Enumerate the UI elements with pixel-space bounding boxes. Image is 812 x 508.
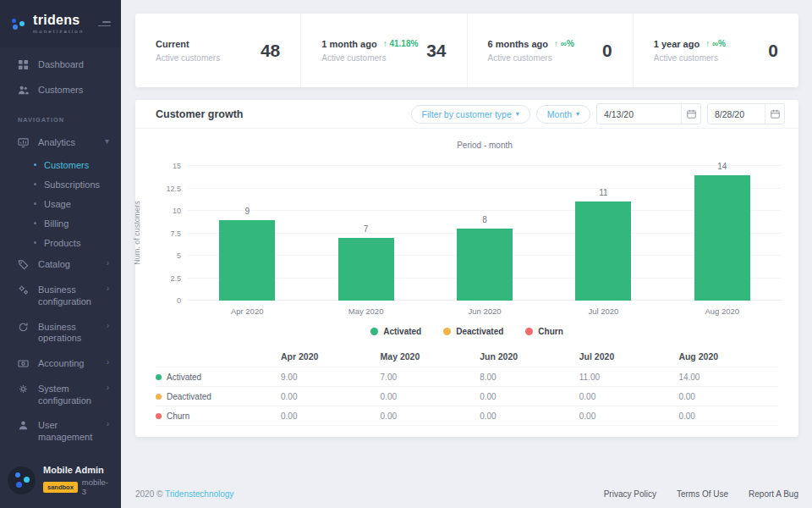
stat-delta: ↑ ∞% [554, 39, 574, 48]
table-series-name: Churn [156, 411, 281, 421]
series-label: Deactivated [167, 392, 211, 401]
bar-jul-2020 [575, 202, 631, 301]
stat-title: 1 year ago [654, 39, 700, 49]
sidebar-item-label: Business operations [38, 322, 97, 345]
series-dot-icon [156, 413, 162, 419]
customer-growth-card: Customer growth Filter by customer type … [135, 100, 798, 437]
series-label: Churn [167, 411, 189, 421]
calendar-icon[interactable] [681, 104, 700, 124]
tag-icon [18, 259, 29, 270]
y-tick-label: 7.5 [152, 229, 181, 238]
dashboard-icon [18, 59, 29, 70]
company-link[interactable]: Tridenstechnology [165, 489, 233, 499]
bar-value-label: 8 [459, 215, 510, 224]
sidebar-subitem-billing[interactable]: Billing [0, 213, 121, 233]
sidebar-subitem-label: Subscriptions [44, 179, 100, 190]
sidebar-subitem-subscriptions[interactable]: Subscriptions [0, 174, 121, 194]
privacy-policy-link[interactable]: Privacy Policy [604, 489, 656, 499]
legend-item-churn[interactable]: Churn [525, 327, 562, 336]
environment-name: mobile-3 [82, 478, 112, 496]
stat-subtitle: Active customers [488, 53, 574, 63]
chart-filters: Filter by customer type ▾ Month ▾ [411, 103, 785, 124]
report-a-bug-link[interactable]: Report A Bug [749, 489, 798, 499]
table-cell: 7.00 [381, 373, 480, 382]
bar-aug-2020 [694, 175, 750, 301]
sidebar-subitem-customers[interactable]: Customers [0, 155, 121, 174]
stat-value: 34 [426, 41, 446, 61]
chevron-right-icon: › [107, 322, 109, 330]
legend-item-deactivated[interactable]: Deactivated [443, 327, 503, 336]
chevron-down-icon: ▾ [105, 137, 109, 146]
x-tick-label: Apr 2020 [209, 306, 285, 316]
sidebar-item-dashboard[interactable]: Dashboard [0, 52, 121, 78]
sidebar-item-system-configuration[interactable]: System configuration › [0, 377, 121, 414]
brand-name: tridens [33, 14, 84, 27]
y-tick-label: 10 [152, 207, 181, 215]
table-column-apr-2020: Apr 2020 [281, 351, 381, 362]
legend-label: Activated [383, 327, 421, 336]
sidebar-item-label: Business configuration [38, 284, 97, 308]
sidebar-item-business-operations[interactable]: Business operations › [0, 315, 121, 352]
stat-value: 48 [261, 41, 280, 61]
stat-title: 6 months ago [488, 39, 549, 49]
sidebar-item-user-management[interactable]: User management › [0, 413, 121, 450]
y-tick-label: 2.5 [152, 274, 181, 283]
chart-legend: ActivatedDeactivatedChurn [135, 327, 798, 336]
logo[interactable]: tridens monetization [0, 0, 121, 47]
sidebar-item-customers[interactable]: Customers [0, 78, 121, 103]
sidebar-item-label: User management [38, 420, 97, 444]
bullet-icon [34, 183, 36, 185]
table-column-aug-2020: Aug 2020 [678, 351, 778, 362]
date-to-input[interactable] [708, 109, 765, 119]
plot-title: Period - month [135, 129, 798, 154]
chevron-right-icon: › [107, 384, 109, 392]
app-root: tridens monetization Dashboard Customers… [0, 0, 812, 508]
y-tick-label: 15 [152, 162, 181, 170]
legend-item-activated[interactable]: Activated [370, 327, 421, 336]
y-tick-label: 5 [152, 251, 181, 260]
terms-of-use-link[interactable]: Terms Of Use [677, 489, 728, 499]
user-icon [18, 420, 29, 431]
stat-subtitle: Active customers [156, 53, 220, 63]
gear-icon [18, 384, 29, 395]
sidebar: tridens monetization Dashboard Customers… [0, 0, 121, 508]
table-row-deactivated: Deactivated0.000.000.000.000.00 [156, 387, 778, 406]
sidebar-item-analytics[interactable]: Analytics ▾ [0, 130, 121, 156]
chevron-right-icon: › [107, 358, 109, 367]
legend-dot-icon [370, 328, 378, 335]
date-from-field [596, 103, 701, 124]
stat-title: 1 month ago [321, 39, 376, 49]
logo-text: tridens monetization [33, 14, 84, 34]
copyright-year: 2020 © [135, 489, 162, 499]
menu-toggle-icon[interactable] [98, 18, 111, 30]
sidebar-user[interactable]: Mobile Admin sandbox mobile-3 [0, 455, 121, 508]
legend-dot-icon [525, 328, 533, 335]
sidebar-subitem-label: Products [44, 238, 80, 248]
period-dropdown[interactable]: Month ▾ [536, 105, 590, 124]
table-series-name: Activated [156, 373, 281, 382]
chevron-right-icon: › [107, 420, 109, 428]
x-tick-label: Jul 2020 [565, 306, 641, 316]
stats-card: Current Active customers 48 1 month ago … [135, 14, 798, 87]
stat-subtitle: Active customers [654, 53, 726, 63]
date-from-input[interactable] [597, 109, 681, 119]
chevron-down-icon: ▾ [516, 110, 519, 118]
legend-dot-icon [443, 328, 451, 335]
table-row-churn: Churn0.000.000.000.000.00 [156, 406, 778, 426]
sidebar-subitem-label: Usage [44, 199, 71, 209]
sidebar-subitem-usage[interactable]: Usage [0, 194, 121, 213]
stat-1-year-ago: 1 year ago ↑ ∞% Active customers 0 [634, 14, 798, 87]
gridline [188, 210, 782, 211]
sidebar-subitem-products[interactable]: Products [0, 233, 121, 252]
filter-customer-type-dropdown[interactable]: Filter by customer type ▾ [411, 105, 530, 124]
table-column-jun-2020: Jun 2020 [480, 351, 579, 362]
sidebar-item-business-configuration[interactable]: Business configuration › [0, 278, 121, 315]
user-name: Mobile Admin [43, 465, 112, 475]
calendar-icon[interactable] [765, 104, 784, 124]
table-cell: 0.00 [281, 411, 381, 421]
sidebar-item-accounting[interactable]: Accounting › [0, 351, 121, 377]
sidebar-item-catalog[interactable]: Catalog › [0, 252, 121, 278]
table-cell: 0.00 [381, 411, 480, 421]
footer-links: Privacy Policy Terms Of Use Report A Bug [604, 489, 798, 499]
table-cell: 0.00 [579, 392, 679, 401]
